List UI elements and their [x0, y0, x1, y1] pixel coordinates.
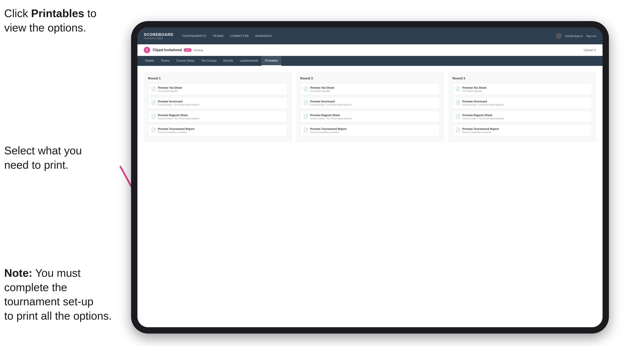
- printables-bold: Printables: [31, 7, 84, 19]
- tablet-device: SCOREBOARD Powered by clippd TOURNAMENTS…: [131, 21, 609, 334]
- instruction-bottom: Note: You mustcomplete thetournament set…: [4, 266, 112, 323]
- tournament-report-icon: 📄: [151, 128, 156, 132]
- r3-tournament-report-sub: Round Completion required: [462, 131, 499, 133]
- r3-tee-sheet-title: Preview Tee Sheet: [462, 86, 486, 89]
- r3-scorecard-sub: Course setup + Tee Sheet data required: [462, 103, 504, 106]
- r3-raguzzi-title: Preview Raguzzi Sheet: [462, 114, 504, 117]
- round3-scorecard[interactable]: 📄 Preview Scorecard Course setup + Tee S…: [452, 97, 592, 109]
- tournament-logo: C: [144, 47, 150, 53]
- round-3-title: Round 3: [452, 76, 592, 80]
- nav-links: TOURNAMENTS TEAMS COMMITTEE RANKINGS: [182, 33, 556, 39]
- top-nav: SCOREBOARD Powered by clippd TOURNAMENTS…: [138, 27, 602, 44]
- tab-tee-groups[interactable]: Tee Groups: [198, 56, 220, 66]
- round-2-column: Round 2 📄 Preview Tee Sheet Tee Sheet re…: [296, 72, 444, 143]
- round1-tournament-report[interactable]: 📄 Preview Tournament Report Round Comple…: [148, 125, 288, 136]
- r3-tee-sheet-icon: 📄: [456, 87, 460, 91]
- logo-area: SCOREBOARD Powered by clippd: [144, 32, 173, 39]
- tournament-header: C Clippd Invitational Men Hosting Cancel…: [138, 44, 602, 56]
- r2-tee-sheet-sub: Tee Sheet required: [310, 90, 334, 92]
- round2-raguzzi[interactable]: 📄 Preview Raguzzi Sheet Course setup + T…: [300, 111, 440, 122]
- r2-tee-sheet-title: Preview Tee Sheet: [310, 86, 334, 89]
- r2-raguzzi-icon: 📄: [304, 114, 308, 119]
- round-2-title: Round 2: [300, 76, 440, 80]
- sub-nav: Details Teams Course Setup Tee Groups Re…: [138, 56, 602, 66]
- r3-tournament-report-icon: 📄: [456, 128, 460, 132]
- nav-right: blair@clippd.io Sign out: [556, 33, 596, 39]
- r2-tournament-report-sub: Round Completion required: [310, 131, 346, 133]
- sign-out-link[interactable]: Sign out: [586, 34, 596, 38]
- nav-teams[interactable]: TEAMS: [213, 33, 224, 39]
- rounds-container: Round 1 📄 Preview Tee Sheet Tee Sheet re…: [144, 72, 596, 143]
- instruction-middle: Select what youneed to print.: [4, 144, 82, 172]
- tee-sheet-sub: Tee Sheet required: [158, 90, 182, 92]
- user-email: blair@clippd.io: [565, 34, 583, 38]
- round3-tee-sheet[interactable]: 📄 Preview Tee Sheet Tee Sheet required: [452, 83, 592, 95]
- round-3-column: Round 3 📄 Preview Tee Sheet Tee Sheet re…: [448, 72, 596, 143]
- r2-scorecard-title: Preview Scorecard: [310, 100, 352, 103]
- nav-rankings[interactable]: RANKINGS: [255, 33, 272, 39]
- r3-scorecard-title: Preview Scorecard: [462, 100, 504, 103]
- tournament-status: Hosting: [194, 48, 203, 52]
- nav-tournaments[interactable]: TOURNAMENTS: [182, 33, 206, 39]
- logo-title: SCOREBOARD: [144, 32, 173, 37]
- tee-sheet-title: Preview Tee Sheet: [158, 86, 182, 89]
- raguzzi-title: Preview Raguzzi Sheet: [158, 114, 199, 117]
- round2-tee-sheet[interactable]: 📄 Preview Tee Sheet Tee Sheet required: [300, 83, 440, 95]
- round3-tournament-report[interactable]: 📄 Preview Tournament Report Round Comple…: [452, 125, 592, 136]
- logo-sub: Powered by clippd: [144, 37, 173, 39]
- note-bold: Note:: [4, 267, 32, 279]
- tab-leaderboards[interactable]: Leaderboards: [236, 56, 262, 66]
- r2-raguzzi-title: Preview Raguzzi Sheet: [310, 114, 352, 117]
- tournament-badge: Men: [184, 48, 192, 52]
- r3-raguzzi-sub: Course setup + Tee Sheet data required: [462, 117, 504, 120]
- main-content: Round 1 📄 Preview Tee Sheet Tee Sheet re…: [138, 66, 602, 327]
- r3-tee-sheet-sub: Tee Sheet required: [462, 90, 486, 92]
- r2-tournament-report-title: Preview Tournament Report: [310, 127, 346, 131]
- round-1-column: Round 1 📄 Preview Tee Sheet Tee Sheet re…: [144, 72, 292, 143]
- user-avatar: [556, 33, 562, 39]
- tab-course-setup[interactable]: Course Setup: [173, 56, 198, 66]
- round1-raguzzi[interactable]: 📄 Preview Raguzzi Sheet Course setup + T…: [148, 111, 288, 122]
- round1-tee-sheet[interactable]: 📄 Preview Tee Sheet Tee Sheet required: [148, 83, 288, 95]
- raguzzi-sub: Course setup + Tee Sheet data required: [158, 117, 199, 120]
- r2-tee-sheet-icon: 📄: [304, 87, 308, 91]
- tab-printables[interactable]: Printables: [262, 56, 282, 66]
- tee-sheet-icon: 📄: [151, 87, 156, 91]
- r3-scorecard-icon: 📄: [456, 100, 460, 105]
- round2-tournament-report[interactable]: 📄 Preview Tournament Report Round Comple…: [300, 125, 440, 136]
- tournament-report-sub: Round Completion required: [158, 131, 194, 133]
- tournament-report-title: Preview Tournament Report: [158, 127, 194, 131]
- cancel-button[interactable]: Cancel ✕: [584, 48, 596, 52]
- tab-teams[interactable]: Teams: [158, 56, 173, 66]
- r2-tournament-report-icon: 📄: [304, 128, 308, 132]
- round1-scorecard[interactable]: 📄 Preview Scorecard Course setup + Tee S…: [148, 97, 288, 109]
- scorecard-title: Preview Scorecard: [158, 100, 199, 103]
- r3-raguzzi-icon: 📄: [456, 114, 460, 119]
- r2-raguzzi-sub: Course setup + Tee Sheet data required: [310, 117, 352, 120]
- r2-scorecard-icon: 📄: [304, 100, 308, 105]
- nav-committee[interactable]: COMMITTEE: [230, 33, 249, 39]
- scorecard-sub: Course setup + Tee Sheet data required: [158, 103, 199, 106]
- tournament-name: Clippd Invitational: [153, 48, 182, 52]
- scorecard-icon: 📄: [151, 100, 156, 105]
- tablet-screen: SCOREBOARD Powered by clippd TOURNAMENTS…: [138, 27, 602, 327]
- tab-details[interactable]: Details: [142, 56, 158, 66]
- round2-scorecard[interactable]: 📄 Preview Scorecard Course setup + Tee S…: [300, 97, 440, 109]
- raguzzi-icon: 📄: [151, 114, 156, 119]
- round3-raguzzi[interactable]: 📄 Preview Raguzzi Sheet Course setup + T…: [452, 111, 592, 122]
- tab-results[interactable]: Results: [220, 56, 236, 66]
- r3-tournament-report-title: Preview Tournament Report: [462, 127, 499, 131]
- round-1-title: Round 1: [148, 76, 288, 80]
- r2-scorecard-sub: Course setup + Tee Sheet data required: [310, 103, 352, 106]
- instruction-top: Click Printables toview the options.: [4, 6, 96, 35]
